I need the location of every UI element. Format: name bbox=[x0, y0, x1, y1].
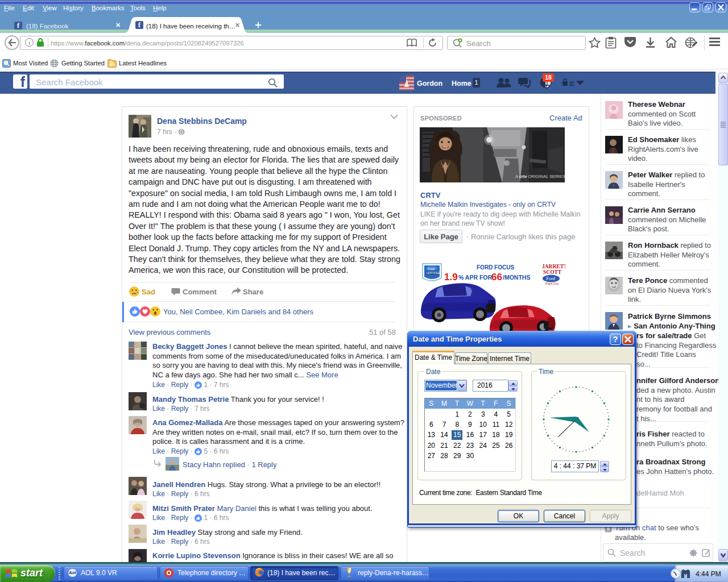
svg-text:% APR FOR: % APR FOR bbox=[458, 274, 493, 281]
svg-text:FORD FOCUS: FORD FOCUS bbox=[477, 264, 514, 271]
svg-text:Ford: Ford bbox=[545, 276, 556, 281]
svg-text:A crtv ORIGINAL SERIES: A crtv ORIGINAL SERIES bbox=[515, 174, 565, 179]
svg-text:Ford: Ford bbox=[427, 267, 435, 271]
svg-text:Plant City: Plant City bbox=[545, 282, 559, 285]
svg-text:SCOTT: SCOTT bbox=[543, 269, 562, 275]
svg-text:66: 66 bbox=[491, 272, 502, 282]
svg-text:/MONTHS: /MONTHS bbox=[503, 274, 530, 281]
svg-text:CERTIFIED: CERTIFIED bbox=[426, 272, 440, 275]
svg-text:JARRETT: JARRETT bbox=[542, 264, 565, 269]
svg-text:1.9: 1.9 bbox=[444, 272, 458, 282]
